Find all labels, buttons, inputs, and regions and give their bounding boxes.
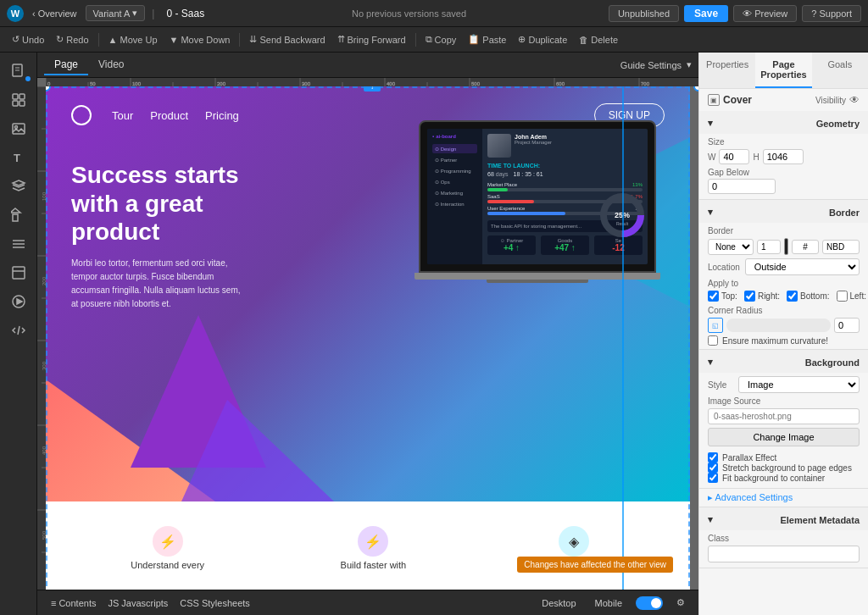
- css-icon: CSS: [180, 598, 199, 608]
- chevron-down-icon: ▾: [708, 118, 713, 129]
- sidebar-item-layout[interactable]: [3, 259, 34, 286]
- nav-link-product[interactable]: Product: [150, 109, 188, 122]
- stylesheets-button[interactable]: CSS Stylesheets: [175, 596, 255, 611]
- copy-button[interactable]: ⧉ Copy: [420, 32, 462, 47]
- apply-top-check: Top:: [708, 291, 737, 302]
- bring-forward-button[interactable]: ⇈ Bring Forward: [332, 32, 411, 47]
- variant-selector[interactable]: Variant A ▾: [86, 5, 146, 21]
- save-button[interactable]: Save: [684, 5, 728, 22]
- move-down-button[interactable]: ▼ Move Down: [164, 33, 236, 47]
- change-image-button[interactable]: Change Image: [708, 428, 860, 446]
- nav-link-pricing[interactable]: Pricing: [205, 109, 239, 122]
- overview-label: Overview: [38, 8, 77, 19]
- corner-radius-controls: ◱: [708, 318, 860, 333]
- undo-button[interactable]: ↺ Undo: [7, 32, 49, 47]
- sidebar-item-text[interactable]: T: [3, 144, 34, 171]
- svg-rect-10: [13, 214, 18, 221]
- image-source-label: Image Source: [708, 396, 860, 406]
- fit-checkbox[interactable]: [708, 473, 718, 483]
- gap-below-input[interactable]: [708, 179, 776, 194]
- tab-video[interactable]: Video: [88, 55, 134, 75]
- apply-bottom-check: Bottom:: [787, 291, 829, 302]
- unpublished-button[interactable]: Unpublished: [609, 5, 679, 22]
- sidebar-item-grid[interactable]: [3, 86, 34, 114]
- left-sidebar: T: [0, 53, 37, 615]
- settings-button[interactable]: ⚙: [671, 595, 690, 611]
- right-checkbox[interactable]: [744, 291, 755, 302]
- desktop-button[interactable]: Desktop: [537, 596, 581, 611]
- height-input[interactable]: [763, 149, 804, 164]
- border-hex-input[interactable]: [822, 240, 860, 254]
- move-up-button[interactable]: ▲ Move Up: [103, 33, 163, 47]
- screen-sidebar-item-programming: ⊙ Programming: [432, 166, 477, 175]
- toolbar: ↺ Undo ↻ Redo ▲ Move Up ▼ Move Down ⇊ Se…: [0, 27, 868, 53]
- redo-button[interactable]: ↻ Redo: [51, 32, 93, 47]
- support-button[interactable]: ? Support: [802, 5, 861, 22]
- paste-button[interactable]: 📋 Paste: [463, 32, 511, 47]
- footer-left: ≡ Contents JS Javascripts CSS Stylesheet…: [46, 596, 255, 611]
- advanced-settings-toggle[interactable]: ▸ Advanced Settings: [699, 489, 868, 507]
- laptop-mockup: ▪ ai-board ⊙ Design ⊙ Partner ⊙ Programm…: [402, 120, 673, 283]
- top-checkbox[interactable]: [708, 291, 719, 302]
- cover-left: ▣ Cover: [708, 94, 752, 106]
- sidebar-item-list[interactable]: [3, 230, 34, 258]
- javascripts-button[interactable]: JS Javascripts: [103, 596, 173, 611]
- send-backward-button[interactable]: ⇊ Send Backward: [244, 32, 330, 47]
- metadata-label: Element Metadata: [780, 515, 860, 525]
- border-width-input[interactable]: [757, 240, 781, 254]
- screen-sidebar-item-design: ⊙ Design: [432, 144, 477, 153]
- bottom-checkbox[interactable]: [787, 291, 798, 302]
- stretch-checkbox[interactable]: [708, 463, 718, 473]
- preview-button[interactable]: 👁 Preview: [733, 5, 797, 22]
- background-header[interactable]: ▾ Background: [699, 350, 868, 373]
- screen-saas-bar: [487, 200, 534, 203]
- overview-button[interactable]: ‹ Overview: [27, 6, 82, 21]
- parallax-checkbox[interactable]: [708, 452, 718, 463]
- tab-page-properties[interactable]: Page Properties: [755, 53, 811, 88]
- sidebar-item-media[interactable]: [3, 288, 34, 315]
- class-input[interactable]: [708, 546, 860, 562]
- question-icon: ?: [811, 8, 816, 19]
- ensure-curvature-checkbox[interactable]: [708, 335, 718, 346]
- sidebar-item-page[interactable]: [3, 58, 34, 85]
- location-select[interactable]: Outside: [745, 258, 860, 275]
- image-style-select[interactable]: Image: [738, 376, 860, 393]
- sidebar-item-layers[interactable]: [3, 173, 34, 200]
- geometry-header[interactable]: ▾ Geometry: [699, 111, 868, 134]
- tab-goals[interactable]: Goals: [812, 53, 868, 88]
- tab-properties[interactable]: Properties: [699, 53, 755, 88]
- border-color-swatch[interactable]: [784, 238, 788, 255]
- corner-handle-tr[interactable]: [693, 86, 698, 91]
- nav-link-tour[interactable]: Tour: [112, 109, 133, 122]
- border-header[interactable]: ▾ Border: [699, 200, 868, 223]
- corner-radius-slider[interactable]: [726, 319, 831, 332]
- border-style-select[interactable]: None: [708, 239, 754, 255]
- guide-settings[interactable]: Guide Settings ▾: [620, 59, 692, 70]
- canvas-scroll[interactable]: 0 50 100 200 300 400 500 600 700: [37, 78, 698, 590]
- image-source-input[interactable]: [708, 408, 860, 424]
- delete-button[interactable]: 🗑 Delete: [574, 33, 623, 47]
- sidebar-item-component[interactable]: [3, 202, 34, 229]
- bottom-card-2: ⚡ Build faster with: [341, 526, 407, 570]
- left-checkbox[interactable]: [837, 291, 848, 302]
- eye-icon[interactable]: 👁: [849, 94, 860, 106]
- tab-page[interactable]: Page: [44, 55, 88, 75]
- eye-icon: 👁: [743, 8, 752, 19]
- duplicate-button[interactable]: ⊕ Duplicate: [513, 32, 572, 47]
- sidebar-item-code[interactable]: [3, 317, 34, 344]
- corner-radius-input[interactable]: [834, 318, 860, 333]
- width-input[interactable]: [719, 149, 749, 164]
- resize-handle-top[interactable]: ↕: [364, 86, 381, 91]
- border-hash-input[interactable]: [792, 240, 819, 254]
- changes-notice: Changes have affected the other view: [517, 557, 673, 573]
- stretch-row: Stretch background to page edges: [708, 463, 860, 473]
- hero-body: Morbi leo tortor, fermentum sed orci vit…: [71, 257, 241, 311]
- parallax-label: Parallax Effect: [722, 453, 776, 463]
- element-metadata-section: ▾ Element Metadata Class: [699, 507, 868, 568]
- mobile-toggle[interactable]: [636, 596, 663, 610]
- sidebar-item-image[interactable]: [3, 115, 34, 142]
- canvas-tabs: Page Video Guide Settings ▾: [37, 53, 698, 78]
- metadata-header[interactable]: ▾ Element Metadata: [699, 507, 868, 530]
- mobile-button[interactable]: Mobile: [590, 596, 627, 611]
- contents-button[interactable]: ≡ Contents: [46, 596, 101, 611]
